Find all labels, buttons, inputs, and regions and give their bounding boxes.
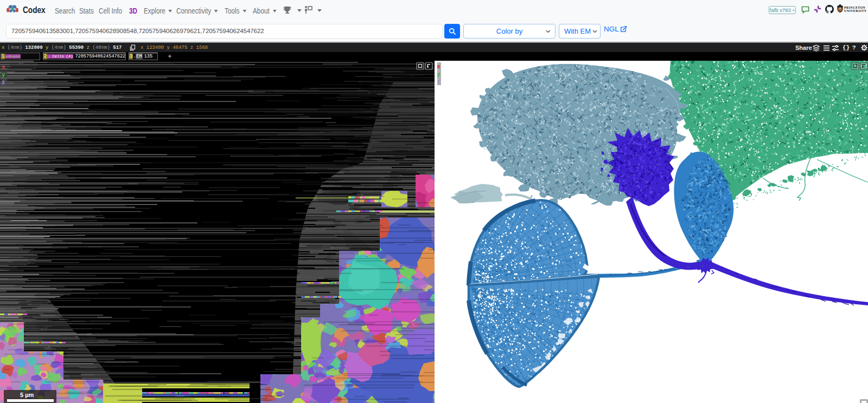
svg-text:y: y — [437, 71, 441, 78]
svg-text:x: x — [2, 64, 5, 71]
svg-text:z: z — [437, 79, 441, 85]
svg-text:x: x — [437, 63, 441, 70]
svg-text:y: y — [2, 72, 5, 78]
svg-text:z: z — [2, 79, 5, 86]
svg-text:5 µm: 5 µm — [20, 392, 34, 398]
